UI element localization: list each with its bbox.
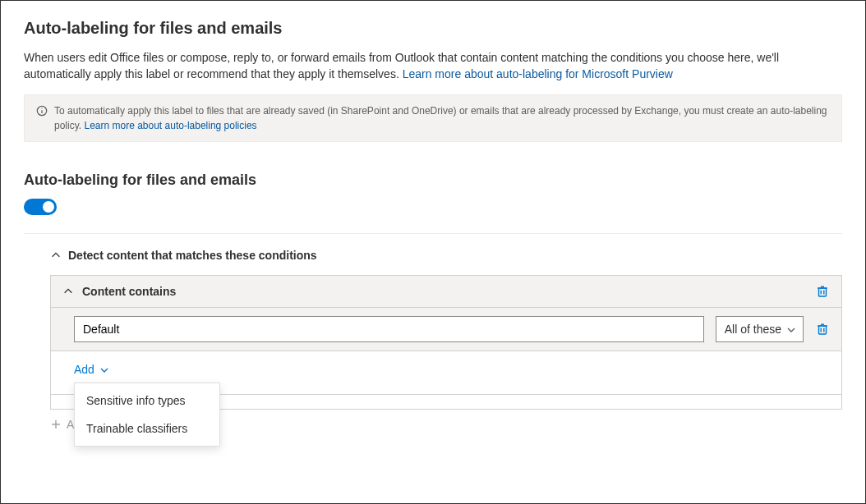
group-name-input[interactable] [74, 316, 704, 342]
section-title: Auto-labeling for files and emails [24, 172, 842, 189]
info-icon [36, 105, 48, 117]
delete-group-button[interactable] [815, 322, 830, 337]
add-classifier-button[interactable]: Add [74, 363, 109, 376]
svg-rect-8 [819, 326, 827, 334]
info-banner: To automatically apply this label to fil… [24, 94, 842, 142]
svg-point-2 [41, 108, 42, 108]
learn-more-policies-link[interactable]: Learn more about auto-labeling policies [84, 120, 256, 131]
conditions-header-text: Detect content that matches these condit… [68, 249, 317, 262]
learn-more-purview-link[interactable]: Learn more about auto-labeling for Micro… [403, 67, 673, 80]
panel-header[interactable]: Content contains [51, 276, 841, 308]
menu-item-sensitive-info-types[interactable]: Sensitive info types [75, 387, 219, 415]
auto-labeling-toggle[interactable] [24, 199, 57, 215]
chevron-down-icon [99, 364, 109, 374]
panel-title: Content contains [82, 285, 807, 298]
group-row: All of these [51, 308, 841, 351]
plus-icon [50, 419, 62, 430]
page-title: Auto-labeling for files and emails [24, 19, 842, 38]
panel-body: Add Sensitive info types Trainable class… [51, 351, 841, 394]
add-label: Add [74, 363, 94, 376]
intro-paragraph: When users edit Office files or compose,… [24, 49, 842, 83]
delete-panel-button[interactable] [815, 284, 830, 299]
menu-item-trainable-classifiers[interactable]: Trainable classifiers [75, 415, 219, 442]
chevron-down-icon [786, 324, 796, 334]
chevron-up-icon [62, 286, 74, 297]
chevron-up-icon [50, 250, 62, 261]
content-contains-panel: Content contains All of these [50, 275, 842, 410]
match-mode-dropdown[interactable]: All of these [716, 316, 804, 342]
conditions-expander[interactable]: Detect content that matches these condit… [50, 249, 842, 262]
add-menu: Sensitive info types Trainable classifie… [74, 383, 220, 447]
match-mode-label: All of these [725, 323, 781, 336]
svg-rect-3 [819, 288, 827, 296]
